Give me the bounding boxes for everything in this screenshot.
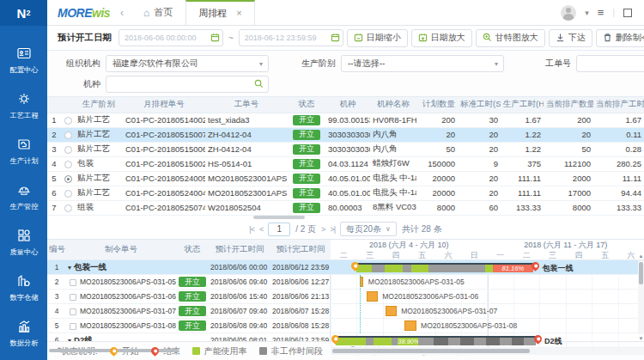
model-search-input[interactable]	[112, 80, 252, 89]
col-no: 编号	[47, 240, 66, 260]
task-label: MO20180523006APS-031-07	[401, 307, 497, 315]
row-radio[interactable]	[64, 131, 72, 139]
first-page-button[interactable]: |<	[249, 225, 254, 234]
row-checkbox[interactable]	[70, 323, 76, 330]
row-checkbox[interactable]	[70, 294, 76, 301]
chevron-down-icon: ▾	[495, 60, 498, 68]
last-page-button[interactable]: >|	[330, 225, 335, 234]
tab-home[interactable]: ⌂ 首页	[131, 0, 185, 26]
order-group-row-selected[interactable]: 1 ▾包装一线 2018/06/06 00:00 2018/06/12 23:5…	[47, 260, 331, 275]
stage-select[interactable]: --请选择--▾	[341, 55, 504, 72]
row-radio[interactable]	[64, 190, 72, 198]
sidebar-item-process-engineering[interactable]: 工艺工程	[0, 83, 47, 129]
gantt-bar[interactable]: 38.90%	[336, 336, 537, 345]
order-row[interactable]: 3 MO20180523006APS-031-06 开立 2018/06/06 …	[47, 290, 331, 304]
col-model: 机种	[325, 97, 370, 113]
book-icon	[16, 137, 32, 152]
next-page-button[interactable]: >	[321, 225, 325, 234]
table-row[interactable]: 4 包装 C01-PC-20180515002 HS-0514-01 开立 04…	[47, 156, 644, 171]
org-select[interactable]: 福建摩尔软件有限公司▾	[106, 55, 269, 72]
page-count-label: / 2 页	[295, 223, 316, 235]
tab-scroll-left-icon[interactable]: ‹	[120, 7, 124, 19]
row-radio-checked[interactable]	[64, 175, 72, 183]
col-order-no: 制令单号	[66, 240, 176, 260]
sidebar-item-config-center[interactable]: 配置中心	[0, 38, 47, 83]
task-bar[interactable]	[404, 320, 416, 331]
warehouse-icon	[16, 273, 32, 289]
row-radio[interactable]	[64, 146, 72, 154]
sidebar-item-label: 数据分析	[9, 339, 38, 349]
gantt-task-row[interactable]: MO20180523006APS-031-08	[331, 319, 644, 333]
model-search-field[interactable]	[106, 76, 269, 93]
hamburger-menu-icon[interactable]: ≡	[598, 6, 605, 19]
task-bar[interactable]	[386, 306, 396, 316]
capacity-segment: 38.90%	[398, 338, 417, 345]
workorder-search-field[interactable]	[576, 55, 644, 72]
prev-page-button[interactable]: <	[259, 225, 263, 234]
sidebar-item-quality-center[interactable]: 质量中心	[0, 220, 47, 265]
release-button[interactable]: 下达	[549, 29, 592, 47]
gantt-task-row[interactable]: MO20180523006APS-031-06	[331, 290, 644, 304]
start-pin-icon	[108, 345, 119, 357]
app-window: N2 配置中心 工艺工程 生产计划 生产管控 质量中心	[0, 0, 644, 360]
filter-panel: 组织机构 福建摩尔软件有限公司▾ 生产阶别 --请选择--▾ 工单号 机种	[47, 50, 644, 97]
col-stage: 生产阶别	[75, 97, 123, 113]
date-from-input[interactable]	[118, 29, 223, 46]
date-shrink-button[interactable]: 日期缩小	[347, 29, 408, 47]
task-bar[interactable]	[367, 291, 377, 302]
stage-label: 生产阶别	[291, 58, 336, 70]
gantt-group-row-selected[interactable]: 81.16% 包装一线	[331, 260, 644, 275]
expand-caret-icon[interactable]: ▾	[68, 264, 71, 272]
row-radio[interactable]	[64, 204, 72, 212]
sidebar-item-label: 质量中心	[9, 247, 38, 258]
sidebar-item-digital-warehouse[interactable]: 数字仓储	[0, 265, 47, 311]
vertical-scrollbar[interactable]: ▲▼	[638, 260, 644, 335]
chart-icon	[16, 319, 32, 334]
sidebar-item-label: 数字仓储	[9, 293, 38, 303]
gantt-task-row[interactable]: MO20180523006APS-031-05	[331, 275, 644, 290]
table-row[interactable]: 7 组装 C01-PC-20180525074 W2018052504 开立 8…	[47, 200, 644, 215]
delete-order-button[interactable]: 删除制令单	[596, 29, 644, 47]
home-icon: ⌂	[143, 7, 149, 19]
avatar[interactable]	[561, 5, 576, 21]
row-checkbox[interactable]	[70, 279, 76, 286]
table-row[interactable]: 1 贴片工艺 C01-PC-20180514002 test_xiada3 开立…	[47, 113, 644, 127]
horizontal-scrollbar[interactable]	[47, 216, 644, 220]
close-icon[interactable]: ×	[236, 8, 241, 18]
order-table: 编号 制令单号 状态 预计开工时间 预计完工时间 1 ▾包装一线 2018/0	[47, 240, 331, 342]
gear-icon	[16, 91, 32, 107]
sidebar-item-production-control[interactable]: 生产管控	[0, 174, 47, 220]
date-to-field[interactable]	[239, 29, 343, 46]
table-row-selected[interactable]: 2 贴片工艺 C01-PC-20180515007 ZH-0412-04 开立 …	[47, 127, 644, 142]
chevron-down-icon: ∨	[386, 225, 391, 233]
page-input[interactable]: 1	[268, 223, 290, 236]
date-from-field[interactable]	[118, 29, 223, 46]
table-row[interactable]: 3 贴片工艺 C01-PC-20180515006 ZH-0412-04 开立 …	[47, 142, 644, 156]
date-enlarge-button[interactable]: 日期放大	[411, 29, 472, 47]
gantt-task-row[interactable]: MO20180523006APS-031-07	[331, 304, 644, 319]
maximize-icon[interactable]	[623, 9, 632, 17]
dependency-line	[360, 275, 361, 333]
date-to-input[interactable]	[239, 29, 343, 46]
col-plan-no: 月排程单号	[123, 97, 205, 113]
horizontal-scrollbar[interactable]	[331, 348, 644, 355]
tab-weekly-schedule[interactable]: 周排程 ×	[185, 0, 254, 26]
workorder-search-input[interactable]	[583, 59, 644, 69]
row-radio[interactable]	[64, 161, 72, 168]
col-cur-qty: 当前排产数量	[544, 97, 593, 113]
order-row[interactable]: 4 MO20180523006APS-031-07 开立 2018/06/07 …	[47, 304, 331, 319]
gantt-bar[interactable]: 81.16%	[356, 263, 533, 272]
sidebar-item-data-analysis[interactable]: 数据分析	[0, 311, 47, 357]
order-row[interactable]: 5 MO20180523006APS-031-08 开立 2018/06/08 …	[47, 319, 331, 333]
table-row[interactable]: 6 贴片工艺 C01-PC-20180524004 MO20180523001A…	[47, 186, 644, 200]
table-row[interactable]: 5 贴片工艺 C01-PC-20180524005 MO20180523001A…	[47, 171, 644, 186]
sidebar-item-production-plan[interactable]: 生产计划	[0, 129, 47, 174]
gantt-zoom-in-button[interactable]: 甘特图放大	[476, 29, 545, 47]
row-checkbox[interactable]	[70, 308, 76, 315]
row-radio[interactable]	[64, 117, 72, 125]
order-row[interactable]: 2 MO20180523006APS-031-05 开立 2018/06/06 …	[47, 275, 331, 290]
chevron-down-icon[interactable]: ▾	[585, 9, 589, 17]
page-size-select[interactable]: 每页20条∨	[340, 222, 397, 236]
gantt-group-row[interactable]: 38.90% D2线	[331, 333, 644, 348]
download-icon	[556, 33, 565, 44]
